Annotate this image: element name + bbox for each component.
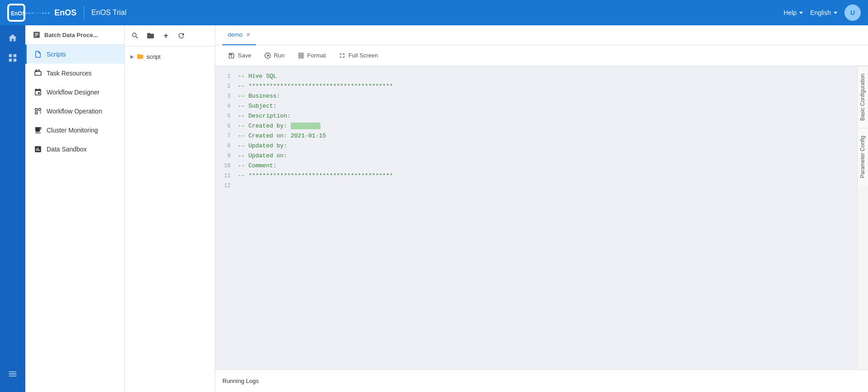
task-resources-label: Task Resources	[47, 70, 92, 77]
add-button[interactable]: +	[159, 29, 173, 43]
sidebar-item-workflow-operation[interactable]: Workflow Operation	[25, 102, 124, 121]
language-arrow-icon	[834, 12, 837, 14]
sidebar-item-data-sandbox[interactable]: Data Sandbox	[25, 140, 124, 159]
workflow-designer-label: Workflow Designer	[47, 89, 99, 96]
parameter-config-tab[interactable]: Parameter Config	[858, 128, 868, 185]
topbar-title: EnOS Trial	[91, 9, 126, 17]
tab-close-button[interactable]: ×	[246, 31, 250, 38]
line-content: -- Created on: 2021-01-15	[238, 131, 326, 141]
run-label: Run	[274, 52, 285, 59]
help-arrow-icon	[799, 12, 803, 14]
editor-area: demo × Save Run Format Full Screen	[215, 25, 868, 392]
workflow-designer-icon	[34, 88, 42, 96]
redacted-text: xxxxxxxx	[291, 123, 321, 129]
main-layout: Batch Data Proce... Scripts Task Resourc…	[0, 25, 868, 392]
code-line: 9-- Updated on:	[215, 151, 857, 161]
code-line: 7-- Created on: 2021-01-15	[215, 131, 857, 141]
run-button[interactable]: Run	[259, 49, 290, 62]
line-number: 3	[215, 91, 238, 101]
line-content: -- Updated on:	[238, 151, 287, 161]
running-logs-label: Running Logs	[222, 378, 259, 384]
line-number: 6	[215, 121, 238, 131]
basic-config-tab[interactable]: Basic Configuration	[858, 66, 868, 128]
workflow-operation-icon	[34, 107, 42, 115]
running-logs: Running Logs	[215, 369, 868, 392]
logo-dots: •••···•••	[25, 9, 51, 16]
code-line: 1-- Hive SQL	[215, 71, 857, 81]
line-number: 7	[215, 131, 238, 141]
sidebar-grid-icon[interactable]	[4, 49, 22, 67]
logo-enos: EnOS	[54, 8, 76, 18]
cluster-monitoring-icon	[34, 126, 42, 134]
expand-arrow-icon: ▶	[130, 54, 134, 60]
line-number: 5	[215, 111, 238, 121]
fullscreen-label: Full Screen	[349, 52, 378, 59]
sidebar-item-workflow-designer[interactable]: Workflow Designer	[25, 83, 124, 102]
enos-logo-icon[interactable]: EnOS	[7, 4, 25, 22]
sidebar-home-icon[interactable]	[4, 29, 22, 47]
format-button[interactable]: Format	[292, 49, 331, 62]
topbar-divider	[84, 6, 84, 19]
right-panel: Basic Configuration Parameter Config	[857, 66, 868, 369]
sidebar-item-scripts[interactable]: Scripts	[25, 45, 124, 64]
task-resources-icon	[34, 69, 42, 77]
sidebar-item-cluster-monitoring[interactable]: Cluster Monitoring	[25, 121, 124, 140]
enos-logo-text: •••···••• EnOS	[25, 8, 76, 18]
svg-text:EnOS: EnOS	[11, 10, 24, 17]
help-menu[interactable]: Help	[783, 9, 803, 16]
save-button[interactable]: Save	[222, 49, 257, 62]
nav-sidebar-title: Batch Data Proce...	[44, 32, 98, 38]
run-icon	[264, 52, 271, 59]
script-folder-label: script	[146, 53, 160, 60]
sidebar-collapse-icon[interactable]	[4, 365, 22, 383]
data-sandbox-label: Data Sandbox	[47, 146, 87, 153]
line-content: -- Description:	[238, 111, 291, 121]
file-tree-item-script[interactable]: ▶ script	[125, 50, 215, 63]
line-number: 8	[215, 141, 238, 151]
code-line: 11-- ***********************************…	[215, 171, 857, 181]
editor-tab-demo[interactable]: demo ×	[222, 25, 256, 45]
data-sandbox-icon	[34, 145, 42, 153]
line-content: -- *************************************…	[238, 171, 393, 181]
file-browser-toolbar: +	[125, 25, 215, 47]
line-number: 9	[215, 151, 238, 161]
help-label: Help	[783, 9, 797, 16]
refresh-button[interactable]	[175, 29, 188, 43]
scripts-icon	[34, 50, 42, 58]
editor-tabs: demo ×	[215, 25, 868, 45]
batch-data-icon	[33, 31, 41, 39]
code-line: 8-- Updated by:	[215, 141, 857, 151]
line-number: 1	[215, 71, 238, 81]
code-line: 6-- Created by: xxxxxxxx	[215, 121, 857, 131]
line-content: -- *************************************…	[238, 81, 393, 91]
code-editor[interactable]: 1-- Hive SQL2-- ************************…	[215, 66, 857, 369]
file-browser: + ▶ script	[125, 25, 215, 392]
scripts-label: Scripts	[47, 51, 66, 58]
fullscreen-button[interactable]: Full Screen	[333, 49, 384, 62]
code-line: 10-- Comment:	[215, 161, 857, 171]
line-number: 10	[215, 161, 238, 171]
line-content: -- Business:	[238, 91, 280, 101]
topbar: EnOS •••···••• EnOS EnOS Trial Help Engl…	[0, 0, 868, 25]
file-tree: ▶ script	[125, 47, 215, 66]
folder-icon	[146, 32, 155, 40]
language-menu[interactable]: English	[810, 9, 837, 16]
code-line: 5-- Description:	[215, 111, 857, 121]
search-button[interactable]	[128, 29, 142, 43]
user-avatar[interactable]: U	[844, 5, 861, 21]
code-line: 2-- ************************************…	[215, 81, 857, 91]
cluster-monitoring-label: Cluster Monitoring	[47, 127, 98, 134]
sidebar-item-task-resources[interactable]: Task Resources	[25, 64, 124, 83]
folder-closed-icon	[137, 53, 144, 60]
line-number: 11	[215, 171, 238, 181]
new-folder-button[interactable]	[144, 29, 157, 43]
format-icon	[297, 52, 305, 59]
editor-toolbar: Save Run Format Full Screen	[215, 45, 868, 66]
line-content: -- Subject:	[238, 101, 277, 111]
workflow-operation-label: Workflow Operation	[47, 108, 102, 115]
line-number: 4	[215, 101, 238, 111]
topbar-right: Help English U	[783, 5, 861, 21]
language-label: English	[810, 9, 831, 16]
code-line: 3-- Business:	[215, 91, 857, 101]
line-content: -- Created by: xxxxxxxx	[238, 121, 321, 131]
